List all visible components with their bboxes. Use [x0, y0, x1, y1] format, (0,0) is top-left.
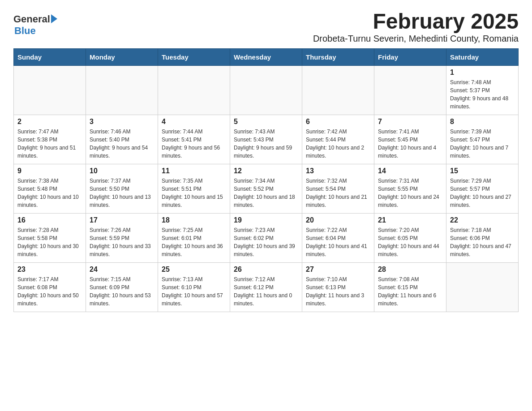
- calendar-cell: [230, 66, 302, 115]
- calendar-cell: [374, 66, 446, 115]
- calendar-cell: 19Sunrise: 7:23 AM Sunset: 6:02 PM Dayli…: [230, 214, 302, 263]
- day-number: 27: [306, 265, 370, 274]
- weekday-header-thursday: Thursday: [302, 49, 374, 66]
- day-info: Sunrise: 7:43 AM Sunset: 5:43 PM Dayligh…: [234, 128, 298, 160]
- calendar-cell: 4Sunrise: 7:44 AM Sunset: 5:41 PM Daylig…: [158, 115, 230, 164]
- calendar-cell: 5Sunrise: 7:43 AM Sunset: 5:43 PM Daylig…: [230, 115, 302, 164]
- day-info: Sunrise: 7:44 AM Sunset: 5:41 PM Dayligh…: [162, 128, 226, 160]
- calendar-cell: 1Sunrise: 7:48 AM Sunset: 5:37 PM Daylig…: [446, 66, 519, 115]
- page-header: General Blue February 2025 Drobeta-Turnu…: [13, 9, 519, 44]
- day-number: 26: [234, 265, 298, 274]
- day-number: 13: [306, 167, 370, 175]
- calendar-cell: [14, 66, 86, 115]
- calendar-cell: 11Sunrise: 7:35 AM Sunset: 5:51 PM Dayli…: [158, 164, 230, 214]
- calendar-header-row: SundayMondayTuesdayWednesdayThursdayFrid…: [14, 49, 519, 66]
- calendar-cell: 25Sunrise: 7:13 AM Sunset: 6:10 PM Dayli…: [158, 263, 230, 312]
- day-info: Sunrise: 7:22 AM Sunset: 6:04 PM Dayligh…: [306, 226, 370, 258]
- calendar-cell: 12Sunrise: 7:34 AM Sunset: 5:52 PM Dayli…: [230, 164, 302, 214]
- day-info: Sunrise: 7:34 AM Sunset: 5:52 PM Dayligh…: [234, 177, 298, 209]
- logo-general-text: General: [13, 13, 50, 25]
- day-info: Sunrise: 7:08 AM Sunset: 6:15 PM Dayligh…: [378, 275, 442, 308]
- day-number: 15: [450, 167, 515, 175]
- day-number: 12: [234, 167, 298, 175]
- calendar-title: February 2025: [313, 9, 519, 34]
- calendar-cell: 7Sunrise: 7:41 AM Sunset: 5:45 PM Daylig…: [374, 115, 446, 164]
- day-info: Sunrise: 7:26 AM Sunset: 5:59 PM Dayligh…: [90, 226, 154, 258]
- day-number: 9: [17, 167, 82, 175]
- day-number: 17: [90, 216, 154, 224]
- calendar-week-row: 23Sunrise: 7:17 AM Sunset: 6:08 PM Dayli…: [14, 263, 519, 312]
- day-info: Sunrise: 7:23 AM Sunset: 6:02 PM Dayligh…: [234, 226, 298, 258]
- day-info: Sunrise: 7:15 AM Sunset: 6:09 PM Dayligh…: [90, 275, 154, 308]
- day-number: 11: [162, 167, 226, 175]
- day-info: Sunrise: 7:46 AM Sunset: 5:40 PM Dayligh…: [90, 128, 154, 160]
- calendar-cell: 16Sunrise: 7:28 AM Sunset: 5:58 PM Dayli…: [14, 214, 86, 263]
- weekday-header-wednesday: Wednesday: [230, 49, 302, 66]
- calendar-cell: 18Sunrise: 7:25 AM Sunset: 6:01 PM Dayli…: [158, 214, 230, 263]
- calendar-cell: 14Sunrise: 7:31 AM Sunset: 5:55 PM Dayli…: [374, 164, 446, 214]
- calendar-cell: 8Sunrise: 7:39 AM Sunset: 5:47 PM Daylig…: [446, 115, 519, 164]
- day-number: 22: [450, 216, 515, 224]
- calendar-cell: 6Sunrise: 7:42 AM Sunset: 5:44 PM Daylig…: [302, 115, 374, 164]
- calendar-cell: 9Sunrise: 7:38 AM Sunset: 5:48 PM Daylig…: [14, 164, 86, 214]
- calendar-week-row: 16Sunrise: 7:28 AM Sunset: 5:58 PM Dayli…: [14, 214, 519, 263]
- weekday-header-sunday: Sunday: [14, 49, 86, 66]
- calendar-cell: [446, 263, 519, 312]
- calendar-cell: 24Sunrise: 7:15 AM Sunset: 6:09 PM Dayli…: [86, 263, 158, 312]
- day-info: Sunrise: 7:48 AM Sunset: 5:37 PM Dayligh…: [450, 78, 515, 111]
- day-number: 7: [378, 118, 442, 126]
- day-number: 16: [17, 216, 82, 224]
- calendar-cell: 23Sunrise: 7:17 AM Sunset: 6:08 PM Dayli…: [14, 263, 86, 312]
- calendar-week-row: 2Sunrise: 7:47 AM Sunset: 5:38 PM Daylig…: [14, 115, 519, 164]
- day-info: Sunrise: 7:10 AM Sunset: 6:13 PM Dayligh…: [306, 275, 370, 308]
- day-info: Sunrise: 7:41 AM Sunset: 5:45 PM Dayligh…: [378, 128, 442, 160]
- day-number: 14: [378, 167, 442, 175]
- weekday-header-tuesday: Tuesday: [158, 49, 230, 66]
- day-info: Sunrise: 7:29 AM Sunset: 5:57 PM Dayligh…: [450, 177, 515, 209]
- logo: General Blue: [13, 13, 57, 37]
- day-number: 20: [306, 216, 370, 224]
- day-number: 18: [162, 216, 226, 224]
- day-number: 4: [162, 118, 226, 126]
- day-info: Sunrise: 7:13 AM Sunset: 6:10 PM Dayligh…: [162, 275, 226, 308]
- calendar-cell: 13Sunrise: 7:32 AM Sunset: 5:54 PM Dayli…: [302, 164, 374, 214]
- calendar-subtitle: Drobeta-Turnu Severin, Mehedinti County,…: [313, 34, 519, 44]
- day-info: Sunrise: 7:28 AM Sunset: 5:58 PM Dayligh…: [17, 226, 82, 258]
- day-number: 8: [450, 118, 515, 126]
- day-number: 19: [234, 216, 298, 224]
- calendar-cell: 17Sunrise: 7:26 AM Sunset: 5:59 PM Dayli…: [86, 214, 158, 263]
- calendar-table: SundayMondayTuesdayWednesdayThursdayFrid…: [13, 48, 519, 312]
- weekday-header-monday: Monday: [86, 49, 158, 66]
- calendar-cell: 28Sunrise: 7:08 AM Sunset: 6:15 PM Dayli…: [374, 263, 446, 312]
- day-number: 28: [378, 265, 442, 274]
- day-info: Sunrise: 7:18 AM Sunset: 6:06 PM Dayligh…: [450, 226, 515, 258]
- day-info: Sunrise: 7:17 AM Sunset: 6:08 PM Dayligh…: [17, 275, 82, 308]
- calendar-week-row: 1Sunrise: 7:48 AM Sunset: 5:37 PM Daylig…: [14, 66, 519, 115]
- day-info: Sunrise: 7:20 AM Sunset: 6:05 PM Dayligh…: [378, 226, 442, 258]
- day-info: Sunrise: 7:38 AM Sunset: 5:48 PM Dayligh…: [17, 177, 82, 209]
- day-number: 1: [450, 68, 515, 77]
- day-number: 6: [306, 118, 370, 126]
- day-info: Sunrise: 7:47 AM Sunset: 5:38 PM Dayligh…: [17, 128, 82, 160]
- day-info: Sunrise: 7:32 AM Sunset: 5:54 PM Dayligh…: [306, 177, 370, 209]
- title-block: February 2025 Drobeta-Turnu Severin, Meh…: [313, 9, 519, 44]
- day-number: 5: [234, 118, 298, 126]
- calendar-cell: 2Sunrise: 7:47 AM Sunset: 5:38 PM Daylig…: [14, 115, 86, 164]
- day-number: 25: [162, 265, 226, 274]
- calendar-cell: [302, 66, 374, 115]
- day-number: 10: [90, 167, 154, 175]
- calendar-cell: 15Sunrise: 7:29 AM Sunset: 5:57 PM Dayli…: [446, 164, 519, 214]
- weekday-header-friday: Friday: [374, 49, 446, 66]
- calendar-cell: 22Sunrise: 7:18 AM Sunset: 6:06 PM Dayli…: [446, 214, 519, 263]
- calendar-cell: [86, 66, 158, 115]
- calendar-cell: 3Sunrise: 7:46 AM Sunset: 5:40 PM Daylig…: [86, 115, 158, 164]
- logo-blue-text: Blue: [14, 25, 36, 37]
- calendar-cell: [158, 66, 230, 115]
- calendar-cell: 10Sunrise: 7:37 AM Sunset: 5:50 PM Dayli…: [86, 164, 158, 214]
- day-info: Sunrise: 7:31 AM Sunset: 5:55 PM Dayligh…: [378, 177, 442, 209]
- weekday-header-saturday: Saturday: [446, 49, 519, 66]
- day-number: 21: [378, 216, 442, 224]
- calendar-cell: 27Sunrise: 7:10 AM Sunset: 6:13 PM Dayli…: [302, 263, 374, 312]
- day-info: Sunrise: 7:25 AM Sunset: 6:01 PM Dayligh…: [162, 226, 226, 258]
- day-info: Sunrise: 7:42 AM Sunset: 5:44 PM Dayligh…: [306, 128, 370, 160]
